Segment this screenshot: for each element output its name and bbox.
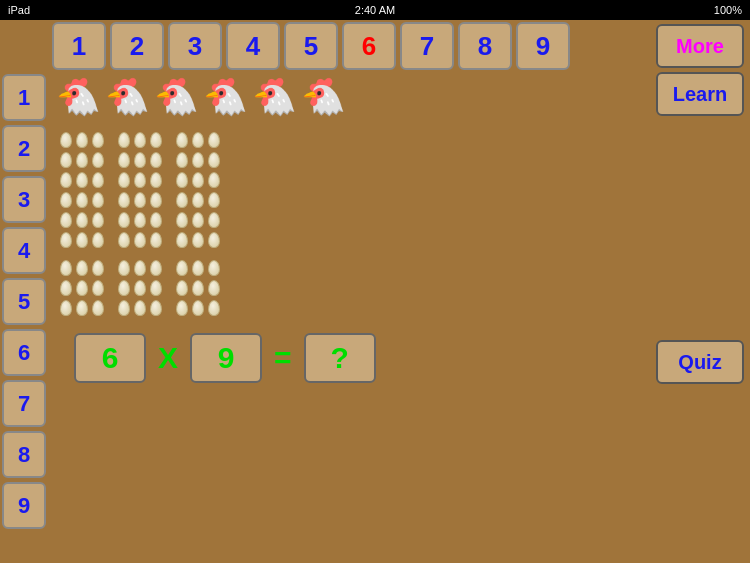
content-area: 1 2 3 4 5 6 7 8 9 🐔 🐔 🐔 🐔 🐔 [50,20,750,563]
row-num-8[interactable]: 8 [2,431,46,478]
equation-num2: 9 [190,333,262,383]
equation-equals: = [274,341,292,375]
row-num-4[interactable]: 4 [2,227,46,274]
col-num-5[interactable]: 5 [284,22,338,70]
col-num-7[interactable]: 7 [400,22,454,70]
quiz-button[interactable]: Quiz [656,340,744,384]
left-column: 1 2 3 4 5 6 7 8 9 [0,20,50,563]
col-num-3[interactable]: 3 [168,22,222,70]
egg-group-3 [176,132,222,250]
egg-row-top [60,132,222,250]
egg-row-bottom [60,260,222,318]
chicken-3: 🐔 [154,76,199,118]
col-num-6[interactable]: 6 [342,22,396,70]
top-section: 1 2 3 4 5 6 7 8 9 🐔 🐔 🐔 🐔 🐔 [50,20,750,388]
egg-group-6 [176,260,222,318]
device-label: iPad [8,4,30,16]
chicken-1: 🐔 [56,76,101,118]
egg-group-2 [118,132,164,250]
right-panel: More Learn Quiz [650,20,750,388]
row-num-5[interactable]: 5 [2,278,46,325]
egg-section [50,122,650,328]
col-num-8[interactable]: 8 [458,22,512,70]
chicken-2: 🐔 [105,76,150,118]
row-num-3[interactable]: 3 [2,176,46,223]
chicken-5: 🐔 [252,76,297,118]
equation-result: ? [304,333,376,383]
col-num-1[interactable]: 1 [52,22,106,70]
row-num-1[interactable]: 1 [2,74,46,121]
chickens-row: 🐔 🐔 🐔 🐔 🐔 🐔 [50,72,650,122]
col-num-9[interactable]: 9 [516,22,570,70]
equation-multiply: X [158,341,178,375]
col-num-2[interactable]: 2 [110,22,164,70]
egg-group-5 [118,260,164,318]
chicken-4: 🐔 [203,76,248,118]
equation-num1: 6 [74,333,146,383]
egg-group-1 [60,132,106,250]
main-area: 1 2 3 4 5 6 7 8 9 1 2 3 4 5 6 7 8 [0,20,750,563]
grid-content: 1 2 3 4 5 6 7 8 9 🐔 🐔 🐔 🐔 🐔 [50,20,650,388]
row-num-2[interactable]: 2 [2,125,46,172]
battery-label: 100% [714,4,742,16]
status-bar: iPad 2:40 AM 100% [0,0,750,20]
chicken-6: 🐔 [301,76,346,118]
time-label: 2:40 AM [355,4,395,16]
equation-row: 6 X 9 = ? [50,328,650,388]
top-number-row: 1 2 3 4 5 6 7 8 9 [50,20,650,72]
row-num-9[interactable]: 9 [2,482,46,529]
col-num-4[interactable]: 4 [226,22,280,70]
row-num-7[interactable]: 7 [2,380,46,427]
learn-button[interactable]: Learn [656,72,744,116]
row-num-6[interactable]: 6 [2,329,46,376]
more-button[interactable]: More [656,24,744,68]
egg-group-4 [60,260,106,318]
